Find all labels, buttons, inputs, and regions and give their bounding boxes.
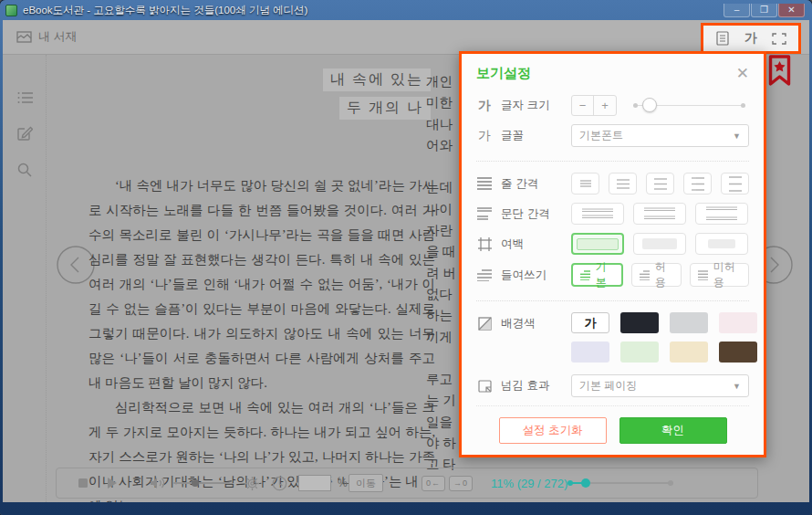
background-color-row: 배경색 가 [476,312,749,363]
title-bar: eBook도서관 - 고요할수록 밝아지는 것들(100쇄 기념 에디션) – … [0,0,812,20]
tts-stop-button[interactable] [78,468,88,498]
bg-swatch-lavender[interactable] [571,342,609,363]
app-window: eBook도서관 - 고요할수록 밝아지는 것들(100쇄 기념 에디션) – … [0,0,812,515]
note-icon[interactable] [17,126,33,141]
font-family-row: 가 글꼴 기본폰트 ▼ [476,124,749,147]
line-spacing-label-icon [476,177,493,190]
toolbar-highlight-box: 가 [701,23,801,54]
my-library-button[interactable]: 내 서재 [16,28,78,45]
maximize-button[interactable]: ❐ [751,4,777,17]
volume-slider-handle[interactable] [192,479,199,487]
fullscreen-icon[interactable] [768,28,790,48]
page-effect-value: 기본 페이징 [579,378,637,394]
paragraph-spacing-row: 문단 간격 [476,203,749,225]
font-size-minus-button[interactable]: − [572,96,594,115]
font-size-slider[interactable] [633,105,745,106]
line-spacing-option-4[interactable] [683,173,712,194]
page-percent-input[interactable] [298,475,331,491]
line-spacing-row: 줄 간격 [476,173,749,194]
page-effect-select[interactable]: 기본 페이징 ▼ [571,374,749,397]
minimize-button[interactable]: – [724,4,750,17]
tts-play-button[interactable] [108,468,117,498]
chevron-down-icon: ▼ [733,131,741,141]
bg-swatch-green[interactable] [620,342,659,363]
tts-settings-gear-icon[interactable] [245,468,260,498]
background-color-label: 배경색 [501,316,536,331]
view-settings-doc-icon[interactable] [712,28,734,48]
percent-sign-label: % [338,468,348,498]
toc-icon[interactable] [17,91,34,104]
goto-start-button[interactable]: 0← [422,476,445,491]
app-icon [5,5,17,16]
progress-end-dot [668,480,673,486]
page-effect-label: 넘김 효과 [501,378,549,394]
bottom-control-bar: % 이동 0← →0 11% (29 / 272) [56,468,758,499]
bookmark-icon[interactable] [767,55,792,88]
line-spacing-option-2[interactable] [609,173,637,194]
bg-swatch-white-selected[interactable]: 가 [571,312,609,333]
font-settings-icon[interactable]: 가 [740,28,762,48]
line-spacing-option-5[interactable] [721,173,749,194]
confirm-button[interactable]: 확인 [619,417,727,444]
book-page-text: ‘내 속엔 내가 너무도 많아 당신의 쉴 곳 없네’라는 가사로 시작하는 노… [88,173,435,502]
timer-clock-icon[interactable] [272,468,287,498]
search-icon[interactable] [17,163,32,177]
library-icon [16,31,32,43]
background-color-label-icon [476,317,493,331]
indent-label: 들여쓰기 [501,268,547,283]
paragraph-spacing-option-2[interactable] [633,203,686,225]
indent-option-disallow[interactable]: 미허용 [690,263,749,287]
indent-row: 들여쓰기 기본 허용 미허용 [476,263,749,287]
view-settings-panel: 보기설정 ✕ 가 글자 크기 − + [459,51,766,457]
page-effect-row: 넘김 효과 기본 페이징 ▼ [476,374,749,397]
font-size-icon: 가 [476,98,493,114]
font-family-select[interactable]: 기본폰트 ▼ [571,124,749,147]
reader-toolbar: 내 서재 가 [3,20,809,55]
bg-swatch-dark[interactable] [620,312,659,333]
goto-page-button[interactable]: 이동 [349,474,383,492]
goto-end-button[interactable]: →0 [449,476,473,491]
paragraph-spacing-label: 문단 간격 [501,206,549,222]
font-family-icon: 가 [476,128,493,144]
margin-label: 여백 [501,236,524,252]
font-size-slider-handle[interactable] [642,98,657,112]
indent-option-allow[interactable]: 허용 [631,263,682,287]
line-spacing-option-3[interactable] [646,173,674,194]
progress-handle[interactable] [581,478,590,488]
line-spacing-label: 줄 간격 [501,176,538,192]
divider [476,161,749,162]
bg-swatch-pink[interactable] [719,312,757,333]
font-size-plus-button[interactable]: + [594,96,616,115]
volume-slider[interactable] [173,468,230,498]
paragraph-spacing-label-icon [476,207,493,220]
font-family-value: 기본폰트 [579,128,623,143]
bg-swatch-cream[interactable] [670,342,708,363]
indent-label-icon [476,269,493,281]
close-button[interactable]: ✕ [778,4,805,17]
paragraph-spacing-option-3[interactable] [695,203,748,225]
window-title: eBook도서관 - 고요할수록 밝아지는 것들(100쇄 기념 에디션) [23,4,724,17]
line-spacing-option-1[interactable] [571,173,599,194]
progress-start-dot [567,480,573,486]
margin-option-1-selected[interactable] [571,233,624,255]
font-size-row: 가 글자 크기 − + [476,95,749,116]
margin-label-icon [476,237,493,251]
bg-swatch-gray[interactable] [670,312,708,333]
font-family-label: 글꼴 [501,128,524,143]
margin-option-3[interactable] [695,233,748,255]
page-effect-label-icon [476,380,493,393]
volume-icon[interactable] [150,468,165,498]
margin-option-2[interactable] [633,233,686,255]
panel-title: 보기설정 [476,65,531,82]
reading-progress-slider[interactable] [569,468,671,498]
font-size-label: 글자 크기 [501,98,549,113]
margin-row: 여백 [476,233,749,255]
chapter-heading: 내 속에 있는 두 개의 나 [323,68,431,125]
paragraph-spacing-option-1[interactable] [571,203,624,225]
indent-option-default-selected[interactable]: 기본 [571,263,623,287]
bg-swatch-brown[interactable] [719,342,757,363]
reset-settings-button[interactable]: 설정 초기화 [499,417,607,444]
chevron-down-icon: ▼ [733,382,741,391]
font-size-stepper[interactable]: − + [571,95,617,116]
panel-close-icon[interactable]: ✕ [736,66,749,81]
